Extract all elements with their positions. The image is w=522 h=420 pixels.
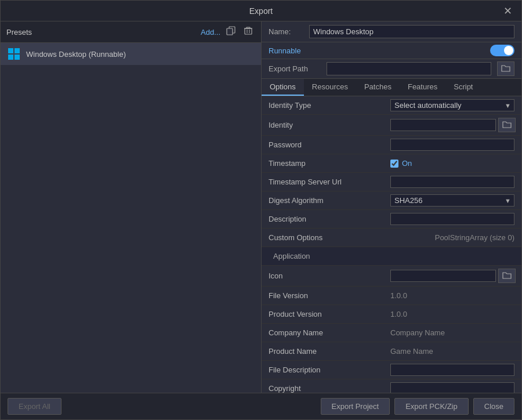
icon-input[interactable]: [390, 270, 496, 282]
name-row: Name:: [262, 21, 521, 42]
tabs-bar: Options Resources Patches Features Scrip…: [262, 79, 521, 96]
option-label-icon: Icon: [269, 271, 390, 280]
export-pck-button[interactable]: Export PCK/Zip: [394, 398, 469, 415]
product-version-value: 1.0.0: [390, 310, 407, 318]
option-row-product-name: Product Name Game Name: [262, 342, 521, 361]
option-row-product-version: Product Version 1.0.0: [262, 305, 521, 324]
title-bar: Export ✕: [1, 1, 521, 21]
option-row-copyright: Copyright: [262, 379, 521, 393]
add-preset-link[interactable]: Add...: [201, 28, 220, 37]
option-label-file-version: File Version: [269, 291, 390, 300]
identity-input[interactable]: [390, 119, 496, 131]
digest-select-wrapper: SHA256 ▼: [390, 194, 514, 207]
identity-type-select-wrapper: Select automatically ▼: [390, 99, 514, 111]
option-row-digest: Digest Algorithm SHA256 ▼: [262, 191, 521, 210]
option-label-timestamp-server: Timestamp Server Url: [269, 178, 390, 186]
option-label-custom-options: Custom Options: [269, 233, 390, 242]
runnable-row: Runnable: [262, 42, 521, 59]
option-label-identity: Identity: [269, 121, 390, 129]
preset-item[interactable]: Windows Desktop (Runnable): [1, 43, 261, 65]
option-row-file-version: File Version 1.0.0: [262, 287, 521, 305]
option-label-copyright: Copyright: [269, 384, 390, 393]
close-icon[interactable]: ✕: [500, 3, 516, 19]
preset-list: Windows Desktop (Runnable): [1, 43, 261, 393]
main-content: Presets Add...: [1, 21, 521, 393]
presets-bar: Presets Add...: [1, 21, 261, 43]
description-input[interactable]: [390, 213, 514, 225]
timestamp-server-input[interactable]: [390, 176, 514, 188]
option-label-company-name: Company Name: [269, 328, 390, 337]
export-dialog: Export ✕ Presets Add...: [0, 0, 522, 420]
option-label-description: Description: [269, 215, 390, 223]
option-label-digest: Digest Algorithm: [269, 196, 390, 205]
svg-rect-4: [246, 27, 250, 28]
svg-rect-8: [14, 48, 20, 53]
copy-preset-button[interactable]: [224, 25, 238, 39]
option-label-product-version: Product Version: [269, 310, 390, 318]
svg-rect-2: [245, 28, 252, 34]
tab-features[interactable]: Features: [400, 79, 445, 96]
tab-options[interactable]: Options: [262, 79, 304, 96]
option-label-identity-type: Identity Type: [269, 101, 390, 110]
option-row-icon: Icon: [262, 266, 521, 287]
svg-rect-1: [227, 28, 233, 35]
option-label-file-description: File Description: [269, 365, 390, 374]
tab-resources[interactable]: Resources: [304, 79, 356, 96]
timestamp-on-label: On: [402, 159, 412, 168]
option-row-custom-options: Custom Options PoolStringArray (size 0): [262, 229, 521, 247]
presets-label: Presets: [6, 28, 32, 37]
custom-options-value: PoolStringArray (size 0): [390, 233, 514, 242]
timestamp-control: On: [390, 159, 412, 168]
name-label: Name:: [269, 27, 303, 36]
name-input[interactable]: [309, 25, 514, 38]
option-row-application-header: Application: [262, 247, 521, 266]
file-version-value: 1.0.0: [390, 291, 407, 300]
option-label-product-name: Product Name: [269, 347, 390, 356]
export-project-button[interactable]: Export Project: [321, 398, 390, 415]
password-input[interactable]: [390, 139, 514, 151]
option-row-file-description: File Description: [262, 361, 521, 379]
svg-rect-7: [8, 48, 13, 53]
export-path-folder-button[interactable]: [497, 61, 514, 76]
digest-select[interactable]: SHA256: [390, 194, 514, 207]
left-panel: Presets Add...: [1, 21, 262, 393]
tab-script[interactable]: Script: [445, 79, 481, 96]
svg-rect-9: [8, 55, 13, 60]
option-row-identity-type: Identity Type Select automatically ▼: [262, 96, 521, 115]
windows-icon: [8, 48, 20, 60]
option-row-password: Password: [262, 136, 521, 154]
svg-rect-10: [14, 55, 20, 60]
identity-folder-button[interactable]: [498, 118, 516, 132]
copyright-input[interactable]: [390, 382, 514, 393]
option-label-timestamp: Timestamp: [269, 159, 390, 168]
bottom-bar: Export All Export Project Export PCK/Zip…: [1, 393, 521, 419]
options-content: Identity Type Select automatically ▼ Ide…: [262, 96, 521, 393]
export-path-label: Export Path: [269, 64, 321, 73]
icon-folder-button[interactable]: [498, 269, 516, 283]
option-row-description: Description: [262, 210, 521, 229]
export-path-row: Export Path: [262, 59, 521, 79]
option-row-identity: Identity: [262, 115, 521, 136]
export-all-button[interactable]: Export All: [8, 398, 61, 415]
file-description-input[interactable]: [390, 364, 514, 376]
option-row-company-name: Company Name Company Name: [262, 324, 521, 342]
dialog-title: Export: [249, 6, 273, 16]
delete-preset-button[interactable]: [241, 25, 255, 39]
option-label-password: Password: [269, 140, 390, 149]
presets-actions: Add...: [201, 25, 255, 39]
runnable-toggle[interactable]: [490, 45, 514, 56]
close-dialog-button[interactable]: Close: [473, 398, 514, 415]
tab-patches[interactable]: Patches: [356, 79, 400, 96]
timestamp-checkbox[interactable]: [390, 160, 398, 168]
export-path-input[interactable]: [327, 62, 491, 75]
right-panel: Name: Runnable Export Path Option: [262, 21, 521, 393]
company-name-value: Company Name: [390, 328, 445, 337]
option-row-timestamp-server: Timestamp Server Url: [262, 173, 521, 191]
preset-name: Windows Desktop (Runnable): [26, 50, 126, 59]
application-section-label: Application: [269, 252, 310, 260]
product-name-value: Game Name: [390, 347, 433, 356]
identity-type-select[interactable]: Select automatically: [390, 99, 514, 111]
bottom-right-buttons: Export Project Export PCK/Zip Close: [321, 398, 515, 415]
runnable-label: Runnable: [269, 46, 301, 55]
option-row-timestamp: Timestamp On: [262, 154, 521, 173]
